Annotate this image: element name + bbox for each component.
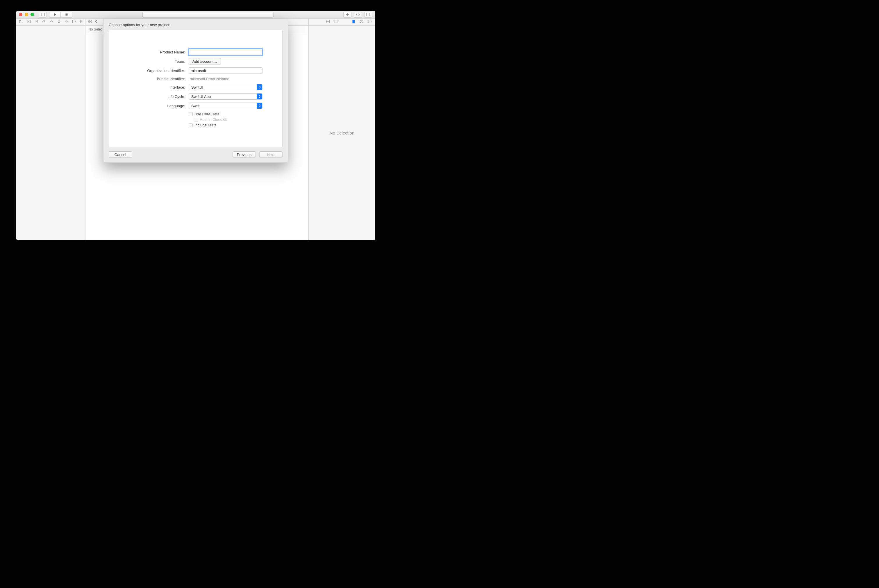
svg-rect-1 [41,13,42,16]
bundle-id-value: microsoft.ProductName [189,77,264,81]
sheet-panel: Product Name: Team: Add account… Organiz… [109,30,282,147]
product-name-label: Product Name: [127,50,185,54]
next-button: Next [259,152,282,158]
source-control-icon[interactable] [27,20,31,24]
help-inspector-icon[interactable]: ? [368,20,372,24]
use-core-data-checkbox[interactable]: Use Core Data [189,112,264,116]
find-icon[interactable] [42,20,46,24]
symbols-icon[interactable] [34,20,38,24]
run-button[interactable] [49,12,61,18]
svg-text:?: ? [369,20,371,23]
language-select[interactable]: Swift [189,102,263,109]
lifecycle-select[interactable]: SwiftUI App [189,93,263,100]
chevron-updown-icon [257,103,262,109]
interface-select-value: SwiftUI [191,85,203,90]
svg-point-8 [66,21,67,22]
previous-button[interactable]: Previous [233,152,256,158]
language-label: Language: [127,104,185,108]
xcode-window: ? No Selection No Selection Choose optio… [16,11,375,240]
project-options-form: Product Name: Team: Add account… Organiz… [116,49,275,127]
library-add-button[interactable] [343,12,352,18]
interface-label: Interface: [127,85,185,90]
svg-rect-10 [89,20,90,21]
history-inspector-icon[interactable] [359,20,364,24]
zoom-icon[interactable] [30,13,34,16]
svg-rect-12 [89,22,90,23]
svg-marker-2 [54,13,56,16]
bundle-id-label: Bundle Identifier: [127,77,185,81]
org-id-label: Organization Identifier: [127,69,185,73]
titlebar [16,11,375,19]
breakpoints-icon[interactable] [72,20,76,24]
activity-viewer[interactable] [143,12,273,18]
team-label: Team: [127,59,185,64]
include-tests-checkbox[interactable]: Include Tests [189,123,264,127]
interface-select[interactable]: SwiftUI [189,84,263,90]
stop-button[interactable] [61,12,72,18]
toggle-inspector-button[interactable] [364,12,373,18]
svg-point-7 [43,20,45,22]
svg-rect-11 [90,20,91,21]
tests-icon[interactable] [57,20,61,24]
chevron-updown-icon [257,84,262,90]
chevron-updown-icon [257,93,262,99]
sheet-title: Choose options for your new project: [109,22,282,27]
toggle-navigator-button[interactable] [39,12,47,18]
inspector-pane[interactable]: No Selection [308,26,375,240]
traffic-lights [19,13,34,16]
svg-rect-5 [369,13,370,16]
back-icon[interactable] [94,20,98,24]
file-inspector-icon[interactable] [352,20,356,24]
checkbox-icon [189,112,193,116]
lifecycle-label: Life Cycle: [127,94,185,99]
issues-icon[interactable] [50,20,54,24]
host-cloudkit-checkbox: Host in CloudKit [194,117,264,122]
checkbox-icon [194,118,198,122]
org-id-input[interactable] [189,68,263,74]
assistant-editor-icon[interactable] [334,20,338,24]
svg-rect-13 [90,22,91,23]
lifecycle-select-value: SwiftUI App [191,94,211,99]
host-cloudkit-label: Host in CloudKit [200,117,227,122]
language-select-value: Swift [191,104,200,108]
reports-icon[interactable] [80,20,84,24]
sheet-footer: Cancel Previous Next [109,152,282,158]
adjust-editor-icon[interactable] [326,20,330,24]
folder-icon[interactable] [19,20,23,24]
cancel-button[interactable]: Cancel [109,152,132,158]
new-project-sheet: Choose options for your new project: Pro… [103,19,288,163]
run-stop-group [49,12,72,18]
add-account-button[interactable]: Add account… [189,58,221,64]
svg-rect-3 [65,14,68,16]
related-items-icon[interactable] [88,20,92,24]
code-review-button[interactable] [354,12,362,18]
inspector-empty-text: No Selection [330,130,354,135]
navigator-pane[interactable] [16,26,86,240]
include-tests-label: Include Tests [194,123,216,127]
checkbox-icon [189,123,193,127]
debug-icon[interactable] [65,20,69,24]
minimize-icon[interactable] [25,13,28,16]
use-core-data-label: Use Core Data [194,112,219,116]
product-name-input[interactable] [189,49,263,55]
close-icon[interactable] [19,13,23,16]
